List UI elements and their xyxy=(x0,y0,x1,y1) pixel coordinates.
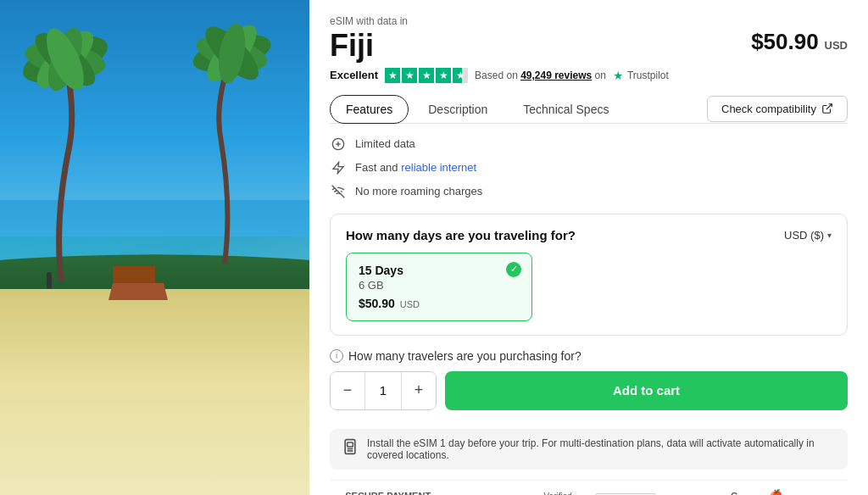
info-banner-text: Install the eSIM 1 day before your trip.… xyxy=(367,437,836,461)
esim-icon xyxy=(342,438,359,459)
feature-limited-data-text: Limited data xyxy=(355,137,415,150)
product-image xyxy=(0,0,309,495)
page-wrapper: eSIM with data in Fiji $50.90 USD Excell… xyxy=(0,0,868,495)
info-icon: i xyxy=(330,349,343,363)
rating-label: Excellent xyxy=(330,69,378,81)
plan-price: $50.90 USD xyxy=(359,297,520,310)
trustpilot-label: Trustpilot xyxy=(627,70,669,81)
tab-features[interactable]: Features xyxy=(330,95,409,124)
check-compat-label: Check compatibility xyxy=(721,103,816,115)
star-4: ★ xyxy=(436,68,451,83)
secure-payment-badge: SECURE PAYMENT GUARANTEED xyxy=(330,491,491,495)
plan-days: 15 Days xyxy=(359,264,520,277)
star-5: ★ xyxy=(453,68,468,83)
no-roaming-icon xyxy=(330,183,347,200)
quantity-control: − 1 + xyxy=(330,371,437,410)
rating-row: Excellent ★ ★ ★ ★ ★ Based on 49,249 revi… xyxy=(330,68,848,83)
add-to-cart-button[interactable]: Add to cart xyxy=(445,371,848,410)
quantity-decrease-button[interactable]: − xyxy=(331,372,364,409)
plan-option-15days[interactable]: ✓ 15 Days 6 GB $50.90 USD xyxy=(346,253,532,321)
product-title: Fiji xyxy=(330,29,374,63)
svg-marker-15 xyxy=(333,162,343,173)
currency-value: USD ($) xyxy=(784,229,824,242)
check-compatibility-button[interactable]: Check compatibility xyxy=(707,96,848,122)
travelers-section: i How many travelers are you purchasing … xyxy=(330,349,848,410)
plan-data: 6 GB xyxy=(359,279,520,292)
stars: ★ ★ ★ ★ ★ xyxy=(385,68,468,83)
plan-price-value: $50.90 xyxy=(359,297,395,310)
rating-text: Based on 49,249 reviews on xyxy=(475,70,606,81)
feature-fast-internet: Fast and reliable internet xyxy=(330,159,848,176)
bolt-icon xyxy=(330,159,347,176)
trustpilot: ★ Trustpilot xyxy=(613,69,669,82)
feature-no-roaming: No more roaming charges xyxy=(330,183,848,200)
travelers-label: i How many travelers are you purchasing … xyxy=(330,349,848,363)
title-price-row: Fiji $50.90 USD xyxy=(330,29,848,63)
info-banner: Install the eSIM 1 day before your trip.… xyxy=(330,429,848,470)
plan-price-currency: USD xyxy=(400,299,420,309)
tab-description[interactable]: Description xyxy=(412,95,504,124)
applepay-logo: 🍎 Pay xyxy=(770,489,801,495)
secure-label: SECURE PAYMENT GUARANTEED xyxy=(345,491,491,495)
price-currency: USD xyxy=(825,39,848,52)
features-list: Limited data Fast and reliable internet xyxy=(330,136,848,200)
feature-limited-data: Limited data xyxy=(330,136,848,153)
plan-question: How many days are you traveling for? xyxy=(346,228,576,242)
price-value: $50.90 xyxy=(751,29,819,54)
chevron-down-icon: ▾ xyxy=(827,231,832,240)
review-link[interactable]: 49,249 reviews xyxy=(520,70,592,81)
data-icon xyxy=(330,136,347,153)
tab-technical-specs[interactable]: Technical Specs xyxy=(507,95,625,124)
tabs-left: Features Description Technical Specs xyxy=(330,95,628,123)
content-section: eSIM with data in Fiji $50.90 USD Excell… xyxy=(309,0,868,495)
feature-fast-internet-text: Fast and reliable internet xyxy=(355,161,476,174)
footer-payments: SECURE PAYMENT GUARANTEED VISA Verified … xyxy=(330,480,848,495)
product-subtitle: eSIM with data in xyxy=(330,15,848,27)
svg-line-11 xyxy=(826,104,832,109)
currency-selector[interactable]: USD ($) ▾ xyxy=(784,229,832,242)
tabs-row: Features Description Technical Specs Che… xyxy=(330,95,848,124)
plan-selected-check: ✓ xyxy=(506,262,521,277)
quantity-increase-button[interactable]: + xyxy=(402,372,436,409)
star-2: ★ xyxy=(402,68,417,83)
external-link-icon xyxy=(821,103,833,114)
trustpilot-star: ★ xyxy=(613,69,624,82)
visa-verified-text: Verified by xyxy=(543,492,581,495)
star-1: ★ xyxy=(385,68,400,83)
quantity-value: 1 xyxy=(364,372,402,409)
plan-card: How many days are you traveling for? USD… xyxy=(330,214,848,336)
star-3: ★ xyxy=(419,68,434,83)
quantity-cart-row: − 1 + Add to cart xyxy=(330,371,848,410)
plan-card-header: How many days are you traveling for? USD… xyxy=(346,228,832,242)
feature-no-roaming-text: No more roaming charges xyxy=(355,185,482,197)
internet-link[interactable]: reliable internet xyxy=(401,161,476,174)
price-block: $50.90 USD xyxy=(751,29,848,55)
svg-rect-19 xyxy=(348,442,353,447)
travelers-question: How many travelers are you purchasing fo… xyxy=(348,349,581,363)
gpay-logo: G Pay xyxy=(731,491,756,495)
